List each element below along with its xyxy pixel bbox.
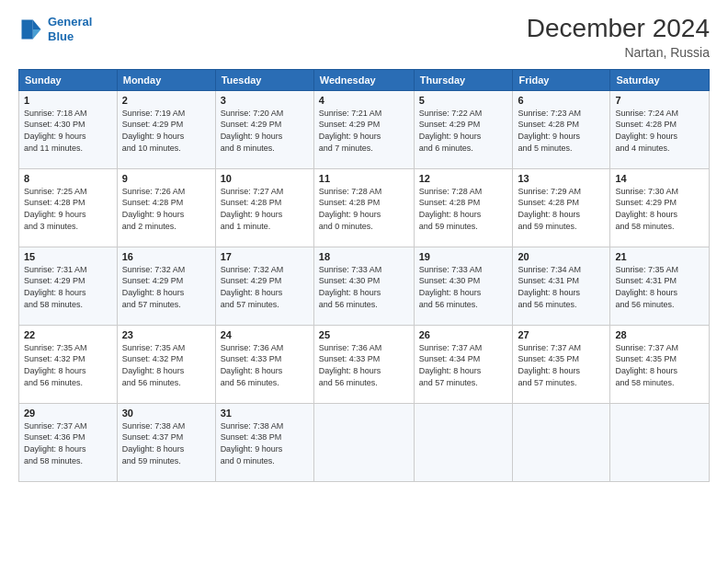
day-number: 12 — [419, 173, 508, 184]
day-number: 28 — [615, 329, 704, 340]
day-number: 10 — [221, 173, 309, 184]
svg-rect-2 — [22, 19, 33, 39]
day-number: 27 — [518, 329, 605, 340]
day-cell: 1Sunrise: 7:18 AM Sunset: 4:30 PM Daylig… — [19, 90, 118, 168]
calendar-header: SundayMondayTuesdayWednesdayThursdayFrid… — [19, 69, 710, 90]
main-title: December 2024 — [527, 15, 710, 43]
day-cell: 28Sunrise: 7:37 AM Sunset: 4:35 PM Dayli… — [610, 325, 710, 403]
day-info: Sunrise: 7:32 AM Sunset: 4:29 PM Dayligh… — [221, 264, 309, 310]
day-cell: 27Sunrise: 7:37 AM Sunset: 4:35 PM Dayli… — [513, 325, 610, 403]
day-info: Sunrise: 7:25 AM Sunset: 4:28 PM Dayligh… — [24, 186, 112, 232]
day-number: 11 — [319, 173, 409, 184]
day-cell: 8Sunrise: 7:25 AM Sunset: 4:28 PM Daylig… — [19, 168, 118, 247]
day-number: 16 — [122, 251, 210, 262]
logo: General Blue — [18, 15, 92, 43]
day-cell: 14Sunrise: 7:30 AM Sunset: 4:29 PM Dayli… — [610, 168, 710, 247]
day-number: 3 — [221, 95, 309, 106]
day-number: 6 — [518, 95, 605, 106]
day-info: Sunrise: 7:37 AM Sunset: 4:34 PM Dayligh… — [419, 342, 508, 388]
week-row-5: 29Sunrise: 7:37 AM Sunset: 4:36 PM Dayli… — [19, 403, 710, 481]
day-number: 31 — [221, 408, 309, 419]
day-info: Sunrise: 7:19 AM Sunset: 4:29 PM Dayligh… — [122, 108, 210, 154]
day-number: 14 — [615, 173, 704, 184]
day-info: Sunrise: 7:36 AM Sunset: 4:33 PM Dayligh… — [319, 342, 409, 388]
day-cell: 5Sunrise: 7:22 AM Sunset: 4:29 PM Daylig… — [414, 90, 513, 168]
day-cell: 31Sunrise: 7:38 AM Sunset: 4:38 PM Dayli… — [215, 403, 313, 481]
week-row-4: 22Sunrise: 7:35 AM Sunset: 4:32 PM Dayli… — [19, 325, 710, 403]
day-cell: 29Sunrise: 7:37 AM Sunset: 4:36 PM Dayli… — [19, 403, 118, 481]
day-number: 15 — [24, 251, 112, 262]
day-number: 1 — [24, 95, 112, 106]
day-cell: 9Sunrise: 7:26 AM Sunset: 4:28 PM Daylig… — [117, 168, 215, 247]
day-cell: 15Sunrise: 7:31 AM Sunset: 4:29 PM Dayli… — [19, 247, 118, 325]
day-number: 29 — [24, 408, 112, 419]
day-info: Sunrise: 7:34 AM Sunset: 4:31 PM Dayligh… — [518, 264, 605, 310]
day-cell: 25Sunrise: 7:36 AM Sunset: 4:33 PM Dayli… — [313, 325, 414, 403]
col-header-friday: Friday — [513, 69, 610, 90]
col-header-saturday: Saturday — [610, 69, 710, 90]
day-cell: 16Sunrise: 7:32 AM Sunset: 4:29 PM Dayli… — [117, 247, 215, 325]
day-info: Sunrise: 7:38 AM Sunset: 4:38 PM Dayligh… — [221, 420, 309, 466]
day-info: Sunrise: 7:24 AM Sunset: 4:28 PM Dayligh… — [615, 108, 704, 154]
col-header-tuesday: Tuesday — [215, 69, 313, 90]
day-info: Sunrise: 7:23 AM Sunset: 4:28 PM Dayligh… — [518, 108, 605, 154]
day-number: 4 — [319, 95, 409, 106]
logo-text: General Blue — [48, 15, 92, 43]
day-number: 26 — [419, 329, 508, 340]
day-number: 9 — [122, 173, 210, 184]
day-number: 24 — [221, 329, 309, 340]
day-cell: 4Sunrise: 7:21 AM Sunset: 4:29 PM Daylig… — [313, 90, 414, 168]
day-cell: 19Sunrise: 7:33 AM Sunset: 4:30 PM Dayli… — [414, 247, 513, 325]
day-cell: 11Sunrise: 7:28 AM Sunset: 4:28 PM Dayli… — [313, 168, 414, 247]
svg-marker-0 — [33, 19, 41, 29]
logo-icon — [18, 17, 44, 42]
day-number: 20 — [518, 251, 605, 262]
day-cell: 12Sunrise: 7:28 AM Sunset: 4:28 PM Dayli… — [414, 168, 513, 247]
day-cell: 22Sunrise: 7:35 AM Sunset: 4:32 PM Dayli… — [19, 325, 118, 403]
day-number: 18 — [319, 251, 409, 262]
week-row-2: 8Sunrise: 7:25 AM Sunset: 4:28 PM Daylig… — [19, 168, 710, 247]
day-cell: 30Sunrise: 7:38 AM Sunset: 4:37 PM Dayli… — [117, 403, 215, 481]
col-header-wednesday: Wednesday — [313, 69, 414, 90]
day-cell — [313, 403, 414, 481]
day-cell: 18Sunrise: 7:33 AM Sunset: 4:30 PM Dayli… — [313, 247, 414, 325]
page: General Blue December 2024 Nartan, Russi… — [0, 0, 728, 563]
day-info: Sunrise: 7:32 AM Sunset: 4:29 PM Dayligh… — [122, 264, 210, 310]
day-info: Sunrise: 7:29 AM Sunset: 4:28 PM Dayligh… — [518, 186, 605, 232]
day-info: Sunrise: 7:35 AM Sunset: 4:32 PM Dayligh… — [24, 342, 112, 388]
day-info: Sunrise: 7:36 AM Sunset: 4:33 PM Dayligh… — [221, 342, 309, 388]
header: General Blue December 2024 Nartan, Russi… — [18, 15, 710, 60]
day-cell: 7Sunrise: 7:24 AM Sunset: 4:28 PM Daylig… — [610, 90, 710, 168]
day-cell: 23Sunrise: 7:35 AM Sunset: 4:32 PM Dayli… — [117, 325, 215, 403]
day-info: Sunrise: 7:37 AM Sunset: 4:35 PM Dayligh… — [615, 342, 704, 388]
day-info: Sunrise: 7:18 AM Sunset: 4:30 PM Dayligh… — [24, 108, 112, 154]
day-info: Sunrise: 7:35 AM Sunset: 4:32 PM Dayligh… — [122, 342, 210, 388]
day-number: 22 — [24, 329, 112, 340]
day-number: 30 — [122, 408, 210, 419]
day-number: 23 — [122, 329, 210, 340]
day-info: Sunrise: 7:37 AM Sunset: 4:35 PM Dayligh… — [518, 342, 605, 388]
header-row: SundayMondayTuesdayWednesdayThursdayFrid… — [19, 69, 710, 90]
day-cell — [610, 403, 710, 481]
svg-marker-1 — [33, 29, 41, 40]
day-cell: 3Sunrise: 7:20 AM Sunset: 4:29 PM Daylig… — [215, 90, 313, 168]
day-cell: 2Sunrise: 7:19 AM Sunset: 4:29 PM Daylig… — [117, 90, 215, 168]
day-number: 13 — [518, 173, 605, 184]
col-header-sunday: Sunday — [19, 69, 118, 90]
day-info: Sunrise: 7:35 AM Sunset: 4:31 PM Dayligh… — [615, 264, 704, 310]
day-info: Sunrise: 7:30 AM Sunset: 4:29 PM Dayligh… — [615, 186, 704, 232]
calendar: SundayMondayTuesdayWednesdayThursdayFrid… — [18, 69, 710, 482]
week-row-1: 1Sunrise: 7:18 AM Sunset: 4:30 PM Daylig… — [19, 90, 710, 168]
subtitle: Nartan, Russia — [527, 45, 710, 60]
day-number: 2 — [122, 95, 210, 106]
day-cell: 13Sunrise: 7:29 AM Sunset: 4:28 PM Dayli… — [513, 168, 610, 247]
day-number: 7 — [615, 95, 704, 106]
week-row-3: 15Sunrise: 7:31 AM Sunset: 4:29 PM Dayli… — [19, 247, 710, 325]
day-info: Sunrise: 7:21 AM Sunset: 4:29 PM Dayligh… — [319, 108, 409, 154]
day-cell: 6Sunrise: 7:23 AM Sunset: 4:28 PM Daylig… — [513, 90, 610, 168]
col-header-thursday: Thursday — [414, 69, 513, 90]
day-info: Sunrise: 7:27 AM Sunset: 4:28 PM Dayligh… — [221, 186, 309, 232]
day-info: Sunrise: 7:33 AM Sunset: 4:30 PM Dayligh… — [419, 264, 508, 310]
day-cell: 26Sunrise: 7:37 AM Sunset: 4:34 PM Dayli… — [414, 325, 513, 403]
day-number: 8 — [24, 173, 112, 184]
